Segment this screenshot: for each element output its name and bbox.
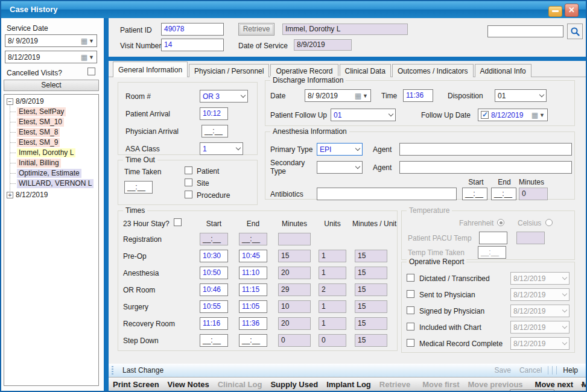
patient-arrival-input[interactable]: 10:12 xyxy=(200,107,228,120)
dictated-checkbox[interactable] xyxy=(407,274,414,282)
chevron-down-icon[interactable]: ▼ xyxy=(89,38,94,44)
tab-outcomes-indicators[interactable]: Outcomes / Indicators xyxy=(392,64,474,77)
disposition-select[interactable]: 01 xyxy=(495,89,547,102)
retrieve-button[interactable]: Retrieve xyxy=(238,23,274,36)
follow-up-date-label: Follow Up Date xyxy=(421,111,471,119)
print-screen-button[interactable]: Print Screen xyxy=(109,380,163,389)
surgery-start-input[interactable]: 10:55 xyxy=(200,300,228,313)
header-divider xyxy=(109,57,586,61)
tree-node-date[interactable]: 8/12/2019 xyxy=(4,190,48,200)
primary-type-select[interactable]: EPI xyxy=(317,143,363,156)
tree-item-patient[interactable]: Etest, SM_8 xyxy=(4,127,60,137)
anesthesia-start-input[interactable]: 10:50 xyxy=(200,267,228,279)
timeout-patient-checkbox[interactable] xyxy=(185,166,192,174)
asa-class-select[interactable]: 1 xyxy=(200,142,243,155)
search-input[interactable] xyxy=(487,25,563,37)
temperature-group: Temperature Fahrenheit Celsius Patient P… xyxy=(401,210,575,260)
toolbar-overflow-icon[interactable]: ▾ xyxy=(581,382,584,388)
record-complete-checkbox[interactable] xyxy=(407,339,414,347)
orroom-units: 2 xyxy=(319,283,346,296)
stepdown-end-input[interactable]: __:__ xyxy=(239,334,267,347)
physician-arrival-input[interactable]: __:__ xyxy=(201,125,228,138)
minimize-button[interactable] xyxy=(548,6,562,17)
expand-icon[interactable] xyxy=(7,192,13,198)
signed-checkbox[interactable] xyxy=(407,306,414,314)
tree-item-patient[interactable]: Etest, SelfPay xyxy=(4,107,66,116)
secondary-agent-input[interactable] xyxy=(399,161,572,174)
timeout-site-checkbox[interactable] xyxy=(185,179,192,186)
time-taken-input[interactable]: __:__ xyxy=(124,181,153,194)
close-button[interactable]: ✕ xyxy=(565,4,579,17)
antibiotics-input[interactable] xyxy=(317,188,457,200)
preop-end-input[interactable]: 10:45 xyxy=(239,250,267,262)
discharge-time-input[interactable]: 11:36 xyxy=(403,89,433,102)
tree-node-date[interactable]: 8/9/2019 xyxy=(4,96,44,106)
room-select[interactable]: OR 3 xyxy=(200,90,248,103)
celsius-label: Celsius xyxy=(518,219,541,227)
tree-item-patient[interactable]: Etest, SM_10 xyxy=(4,117,64,127)
recovery-end-input[interactable]: 11:36 xyxy=(239,317,267,330)
move-next-button[interactable]: Move next xyxy=(531,380,578,389)
sent-checkbox[interactable] xyxy=(407,290,414,298)
tree-item-patient[interactable]: Etest, SM_9 xyxy=(4,138,60,147)
included-checkbox[interactable] xyxy=(407,323,414,330)
search-button[interactable] xyxy=(567,24,583,39)
view-notes-button[interactable]: View Notes xyxy=(163,380,214,389)
recovery-start-input[interactable]: 11:16 xyxy=(200,317,228,330)
anesthesia-group: Anesthesia Information Primary Type EPI … xyxy=(265,131,575,200)
secondary-type-select[interactable] xyxy=(317,161,363,174)
tree-item-patient[interactable]: Optimize, Estimate xyxy=(4,168,81,178)
discharge-date-label: Date xyxy=(270,92,285,100)
stay-checkbox[interactable] xyxy=(174,218,182,226)
stepdown-units: 0 xyxy=(319,334,346,347)
discharge-date-picker[interactable]: 8/ 9/2019▦▼ xyxy=(305,89,371,102)
cancelled-visits-checkbox[interactable] xyxy=(87,68,95,75)
tab-clinical-data[interactable]: Clinical Data xyxy=(340,64,391,77)
row-label: Surgery xyxy=(123,303,148,311)
timeout-procedure-checkbox[interactable] xyxy=(185,191,192,198)
preop-units: 1 xyxy=(319,250,346,262)
select-button[interactable]: Select xyxy=(4,80,99,91)
visit-number-input[interactable]: 14 xyxy=(161,39,224,51)
chevron-down-icon xyxy=(562,324,567,329)
minimize-icon xyxy=(552,10,559,12)
tree-item-patient[interactable]: WILLARD, VERNON L xyxy=(4,179,94,188)
patient-arrival-label: Patient Arrival xyxy=(125,110,170,118)
chevron-down-icon[interactable]: ▼ xyxy=(89,54,94,60)
row-label: OR Room xyxy=(123,286,155,294)
service-date-from-picker[interactable]: 8/ 9/2019 ▦ ▼ xyxy=(5,34,97,47)
preop-start-input[interactable]: 10:30 xyxy=(200,250,228,262)
tab-operative-record[interactable]: Operative Record xyxy=(270,64,338,77)
pacu-temp-input xyxy=(479,232,507,244)
chevron-down-icon xyxy=(539,92,544,97)
help-button-status[interactable]: Help xyxy=(559,366,582,375)
stepdown-start-input[interactable]: __:__ xyxy=(200,334,228,347)
service-date-to-picker[interactable]: 8/12/2019 ▦ ▼ xyxy=(5,51,97,63)
discharge-title: Discharge Information xyxy=(270,76,346,84)
anesthesia-end-input[interactable]: 11:10 xyxy=(239,267,267,279)
follow-up-date-picker[interactable]: 8/12/2019▦▼ xyxy=(478,109,548,121)
orroom-end-input[interactable]: 11:15 xyxy=(239,283,267,296)
primary-agent-input[interactable] xyxy=(399,143,572,156)
tab-additional-info[interactable]: Additional Info xyxy=(475,64,531,77)
patient-id-input[interactable]: 49078 xyxy=(161,23,224,36)
tab-general-information[interactable]: General Information xyxy=(113,62,188,77)
antibiotics-start-input[interactable]: __:__ xyxy=(462,188,487,200)
follow-up-date-checkbox[interactable] xyxy=(481,111,489,119)
record-complete-date-select: 8/12/2019 xyxy=(510,337,570,350)
tree-item-patient[interactable]: Initial, Billing xyxy=(4,158,61,168)
chevron-down-icon: ▼ xyxy=(363,93,368,99)
patient-follow-up-select[interactable]: 01 xyxy=(331,109,396,121)
collapse-icon[interactable] xyxy=(7,98,13,105)
surgery-end-input[interactable]: 11:05 xyxy=(239,300,267,313)
tab-physician-personnel[interactable]: Physician / Personnel xyxy=(189,64,269,77)
dictated-date-select: 8/12/2019 xyxy=(510,272,570,285)
tree-item-patient-selected[interactable]: Immel, Dorothy L xyxy=(4,148,75,157)
supply-used-button[interactable]: Supply Used xyxy=(266,380,322,389)
calendar-icon: ▦ xyxy=(355,92,361,100)
orroom-start-input[interactable]: 10:46 xyxy=(200,283,228,296)
last-change-label: Last Change xyxy=(118,366,168,375)
antibiotics-end-input[interactable]: __:__ xyxy=(491,188,516,200)
implant-log-button[interactable]: Implant Log xyxy=(322,380,375,389)
visit-number-label: Visit Number xyxy=(120,42,161,50)
